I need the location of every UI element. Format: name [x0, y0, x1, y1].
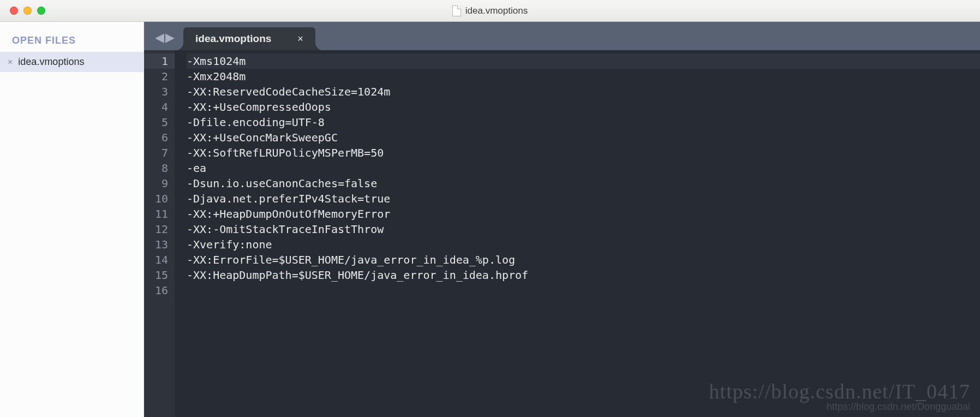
code-line[interactable]: -XX:+UseConcMarkSweepGC	[187, 130, 980, 145]
code-line[interactable]: -Djava.net.preferIPv4Stack=true	[187, 191, 980, 206]
code-line[interactable]: -Xms1024m	[187, 53, 980, 69]
code-line[interactable]: -XX:-OmitStackTraceInFastThrow	[187, 222, 980, 237]
line-number: 6	[144, 130, 168, 145]
sidebar-header: OPEN FILES	[0, 22, 144, 52]
line-number: 1	[144, 53, 175, 69]
sidebar-item-open-file[interactable]: × idea.vmoptions	[0, 52, 144, 72]
line-number: 7	[144, 145, 168, 160]
line-number: 9	[144, 176, 168, 191]
nav-forward-icon[interactable]: ▶	[165, 32, 175, 44]
line-number: 12	[144, 222, 168, 237]
code-editor[interactable]: -Xms1024m-Xmx2048m-XX:ReservedCodeCacheS…	[175, 50, 980, 417]
line-number: 11	[144, 206, 168, 222]
open-files-sidebar: OPEN FILES × idea.vmoptions	[0, 22, 144, 417]
line-number: 10	[144, 191, 168, 206]
code-line[interactable]: -XX:+HeapDumpOnOutOfMemoryError	[187, 206, 980, 222]
window-titlebar: idea.vmoptions	[0, 0, 980, 22]
code-line[interactable]: -Dfile.encoding=UTF-8	[187, 115, 980, 130]
code-line[interactable]: -XX:SoftRefLRUPolicyMSPerMB=50	[187, 145, 980, 160]
code-line[interactable]: -Xverify:none	[187, 237, 980, 252]
line-number-gutter: 12345678910111213141516	[144, 50, 175, 417]
code-line[interactable]: -ea	[187, 160, 980, 176]
code-line[interactable]: -Dsun.io.useCanonCaches=false	[187, 176, 980, 191]
traffic-lights	[0, 7, 45, 15]
line-number: 2	[144, 69, 168, 84]
editor-area: ◀ ▶ idea.vmoptions × 1234567891011121314…	[144, 22, 980, 417]
code-line[interactable]: -XX:HeapDumpPath=$USER_HOME/java_error_i…	[187, 267, 980, 283]
close-icon[interactable]: ×	[8, 58, 13, 67]
file-icon	[452, 5, 461, 16]
zoom-window-button[interactable]	[37, 7, 45, 15]
nav-back-icon[interactable]: ◀	[155, 32, 164, 44]
tab-label: idea.vmoptions	[195, 33, 271, 45]
code-line[interactable]: -XX:+UseCompressedOops	[187, 99, 980, 115]
close-icon[interactable]: ×	[297, 33, 303, 45]
line-number: 4	[144, 99, 168, 115]
line-number: 5	[144, 115, 168, 130]
tab-bar: ◀ ▶ idea.vmoptions ×	[144, 22, 980, 50]
code-line[interactable]: -XX:ReservedCodeCacheSize=1024m	[187, 84, 980, 99]
code-line[interactable]: -XX:ErrorFile=$USER_HOME/java_error_in_i…	[187, 252, 980, 267]
line-number: 3	[144, 84, 168, 99]
editor-body: 12345678910111213141516 -Xms1024m-Xmx204…	[144, 50, 980, 417]
minimize-window-button[interactable]	[23, 7, 32, 15]
code-line[interactable]: -Xmx2048m	[187, 69, 980, 84]
main-area: OPEN FILES × idea.vmoptions ◀ ▶ idea.vmo…	[0, 22, 980, 417]
line-number: 15	[144, 267, 168, 283]
window-title: idea.vmoptions	[465, 5, 528, 16]
line-number: 14	[144, 252, 168, 267]
close-window-button[interactable]	[10, 7, 18, 15]
sidebar-item-label: idea.vmoptions	[18, 56, 84, 68]
line-number: 16	[144, 283, 168, 298]
tab-idea-vmoptions[interactable]: idea.vmoptions ×	[183, 27, 315, 50]
line-number: 13	[144, 237, 168, 252]
line-number: 8	[144, 160, 168, 176]
